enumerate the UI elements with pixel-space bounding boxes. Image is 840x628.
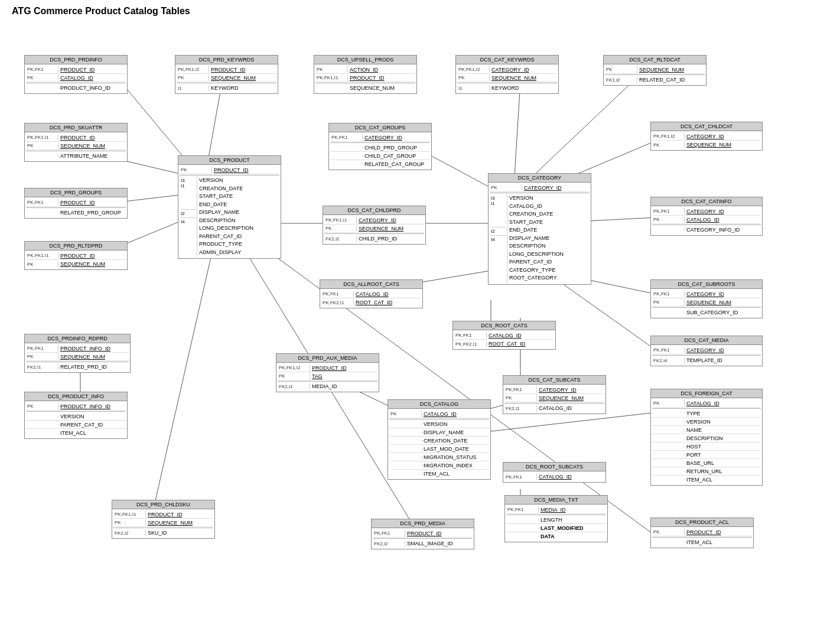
table-dcs-root-subcats: DCS_ROOT_SUBCATS PK,FK1 CATALOG_ID: [503, 462, 606, 483]
table-dcs-cat-catinfo: DCS_CAT_CATINFO PK,FK1 CATEGORY_ID PK CA…: [650, 197, 763, 236]
table-dcs-product-acl: DCS_PRODUCT_ACL PK PRODUCT_ID ITEM_ACL: [650, 518, 754, 548]
table-dcs-prd-groups: DCS_PRD_GROUPS PK,FK1 PRODUCT_ID RELATED…: [24, 188, 128, 219]
table-dcs-prd-media: DCS_PRD_MEDIA PK,FK1 PRODUCT_ID FK2,I2 S…: [371, 519, 474, 549]
table-dcs-root-cats: DCS_ROOT_CATS PK,FK1 CATALOG_ID PK,FK2,I…: [452, 321, 556, 350]
table-dcs-foreign-cat: DCS_FOREIGN_CAT PK CATALOG_ID TYPE VERSI…: [650, 389, 763, 486]
page-title: ATG Commerce Product Catalog Tables: [0, 0, 840, 22]
table-dcs-cat-rltdcat: DCS_CAT_RLTDCAT PK SEQUENCE_NUM FK1,I2 R…: [603, 55, 706, 86]
table-dcs-prd-prdinfo: DCS_PRD_PRDINFO PK,FK1 PRODUCT_ID PK CAT…: [24, 55, 128, 94]
table-dcs-allroot-cats: DCS_ALLROOT_CATS PK,FK1 CATALOG_ID PK,FK…: [320, 279, 423, 308]
table-dcs-prd-keywrds: DCS_PRD_KEYWRDS PK,FK1,I2 PRODUCT_ID PK …: [175, 55, 278, 94]
table-dcs-prdinfo-rdprd: DCS_PRDINFO_RDPRD PK,FK1 PRODUCT_INFO_ID…: [24, 334, 131, 373]
svg-line-0: [121, 82, 190, 164]
svg-line-8: [520, 82, 633, 188]
table-dcs-prd-chldsku: DCS_PRD_CHLDSKU PK,FK1,I1 PRODUCT_ID PK …: [112, 500, 215, 539]
table-dcs-catalog: DCS_CATALOG PK CATALOG_ID VERSION DISPLA…: [388, 399, 491, 480]
table-dcs-cat-chldprd: DCS_CAT_CHLDPRD PK,FK1,I1 CATEGORY_ID PK…: [323, 206, 426, 245]
svg-line-1: [207, 82, 222, 164]
table-dcs-media-txt: DCS_MEDIA_TXT PK,FK1 MEDIA_ID LENGTH LAS…: [504, 495, 608, 542]
table-dcs-cat-subcats: DCS_CAT_SUBCATS PK,FK1 CATEGORY_ID PK SE…: [503, 375, 606, 414]
svg-line-22: [151, 247, 213, 519]
table-title-dcs-prd-prdinfo: DCS_PRD_PRDINFO: [25, 56, 127, 64]
table-dcs-cat-subroots: DCS_CAT_SUBROOTS PK,FK1 CATEGORY_ID PK S…: [650, 279, 763, 318]
table-dcs-prd-aux-media: DCS_PRD_AUX_MEDIA PK,FK1,I2 PRODUCT_ID P…: [276, 353, 379, 392]
table-dcs-cat-chldcat: DCS_CAT_CHLDCAT PK,FK1,I2 CATEGORY_ID PK…: [650, 122, 763, 151]
table-dcs-cat-media: DCS_CAT_MEDIA PK,FK1 CATEGORY_ID FK2,I4 …: [650, 336, 763, 366]
table-dcs-cat-keywrds: DCS_CAT_KEYWRDS PK,FK1,I2 CATEGORY_ID PK…: [455, 55, 559, 94]
table-dcs-prd-rltdprd: DCS_PRD_RLTDPRD PK,FK1,I1 PRODUCT_ID PK …: [24, 241, 128, 270]
table-dcs-product: DCS_PRODUCT PK PRODUCT_ID I3I1 I2 I4 VER…: [178, 155, 281, 259]
table-dcs-prd-skuattr: DCS_PRD_SKUATTR PK,FK1,I1 PRODUCT_ID PK …: [24, 123, 128, 162]
diagram-area: DCS_PRD_PRDINFO PK,FK1 PRODUCT_ID PK CAT…: [6, 22, 834, 625]
table-dcs-cat-groups: DCS_CAT_GROUPS PK,FK1 CATEGORY_ID CHILD_…: [328, 123, 432, 170]
table-dcs-upsell-prods: DCS_UPSELL_PRODS PK ACTION_ID PK,FK1,I1 …: [314, 55, 417, 94]
table-dcs-category: DCS_CATEGORY PK CATEGORY_ID I3I1 I2 I4 V…: [488, 173, 591, 285]
table-dcs-product-info: DCS_PRODUCT_INFO PK PRODUCT_INFO_ID VERS…: [24, 392, 128, 439]
svg-line-7: [515, 82, 520, 176]
